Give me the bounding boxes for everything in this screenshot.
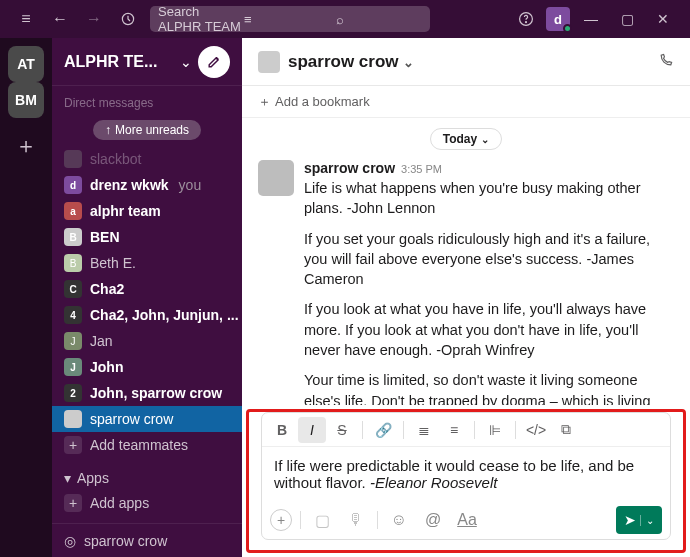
headphones-icon: ◎ (64, 533, 76, 549)
dm-avatar: 4 (64, 306, 82, 324)
format-toggle[interactable]: Aa (454, 507, 480, 533)
dm-avatar: J (64, 358, 82, 376)
attach-button[interactable]: + (270, 509, 292, 531)
message-text: If you look at what you have in life, yo… (304, 299, 674, 360)
menu-icon[interactable]: ≡ (12, 5, 40, 33)
dm-item[interactable]: ddrenz wkwkyou (52, 172, 242, 198)
dm-avatar: C (64, 280, 82, 298)
emoji-button[interactable]: ☺ (386, 507, 412, 533)
chevron-down-icon: ⌄ (481, 134, 489, 145)
message-avatar[interactable] (258, 160, 294, 196)
italic-button[interactable]: I (298, 417, 326, 443)
blockquote-button[interactable]: ⊫ (481, 417, 509, 443)
dm-avatar: J (64, 332, 82, 350)
caret-icon: ▾ (64, 470, 71, 486)
video-button[interactable]: ▢ (309, 507, 335, 533)
dm-item[interactable]: aalphr team (52, 198, 242, 224)
codeblock-button[interactable]: ⧉ (552, 417, 580, 443)
format-toolbar: B I S 🔗 ≣ ≡ ⊫ </> ⧉ (262, 413, 670, 447)
bullet-list-button[interactable]: ≡ (440, 417, 468, 443)
sidebar-truncated[interactable]: Direct messages (52, 90, 242, 116)
dm-item[interactable]: 4Cha2, John, Junjun, ... (52, 302, 242, 328)
workspace-switch[interactable]: AT (8, 46, 44, 82)
call-button[interactable] (658, 52, 674, 71)
add-workspace-button[interactable]: ＋ (8, 128, 44, 164)
titlebar: ≡ ← → Search ALPHR TEAM ≡ ⌕ d — ▢ ✕ (0, 0, 690, 38)
chevron-down-icon[interactable]: ⌄ (403, 55, 414, 70)
link-button[interactable]: 🔗 (369, 417, 397, 443)
dm-avatar: B (64, 254, 82, 272)
message-author[interactable]: sparrow crow (304, 160, 395, 176)
apps-section[interactable]: ▾Apps (52, 466, 242, 490)
message-time: 3:35 PM (401, 163, 442, 175)
add-apps-button[interactable]: +Add apps (52, 490, 242, 516)
minimize-button[interactable]: — (576, 5, 606, 33)
send-button[interactable]: ➤⌄ (616, 506, 662, 534)
composer-highlight: B I S 🔗 ≣ ≡ ⊫ </> ⧉ If life were predict… (246, 409, 686, 553)
forward-button[interactable]: → (80, 5, 108, 33)
dm-item[interactable]: BBEN (52, 224, 242, 250)
presence-dot (563, 24, 572, 33)
message-composer: B I S 🔗 ≣ ≡ ⊫ </> ⧉ If life were predict… (261, 412, 671, 540)
dm-avatar: d (64, 176, 82, 194)
channel-name[interactable]: sparrow crow ⌄ (288, 52, 414, 72)
dm-item[interactable]: sparrow crow (52, 406, 242, 432)
sidebar-truncated[interactable]: slackbot (52, 146, 242, 172)
close-button[interactable]: ✕ (648, 5, 678, 33)
search-icon[interactable]: ⌕ (336, 12, 422, 27)
dm-item[interactable]: JJohn (52, 354, 242, 380)
content-pane: sparrow crow ⌄ ＋ Add a bookmark Today ⌄ … (242, 38, 690, 557)
dm-item[interactable]: CCha2 (52, 276, 242, 302)
dm-avatar: 2 (64, 384, 82, 402)
dm-avatar: B (64, 228, 82, 246)
dm-item[interactable]: BBeth E. (52, 250, 242, 276)
channel-avatar (258, 51, 280, 73)
message: sparrow crow 3:35 PM Life is what happen… (258, 156, 674, 405)
search-input[interactable]: Search ALPHR TEAM ≡ ⌕ (150, 6, 430, 32)
date-divider[interactable]: Today ⌄ (430, 128, 502, 150)
compose-input[interactable]: If life were predictable it would cease … (262, 447, 670, 501)
history-button[interactable] (114, 5, 142, 33)
more-unreads-pill[interactable]: ↑ More unreads (93, 120, 201, 140)
message-text: Life is what happens when you're busy ma… (304, 178, 674, 219)
workspace-switch[interactable]: BM (8, 82, 44, 118)
filter-icon[interactable]: ≡ (244, 12, 330, 27)
add-teammates-button[interactable]: +Add teammates (52, 432, 242, 458)
huddle-footer[interactable]: ◎ sparrow crow (52, 523, 242, 557)
bold-button[interactable]: B (268, 417, 296, 443)
help-button[interactable] (512, 5, 540, 33)
sidebar: ALPHR TE... ⌄ Direct messages ↑ More unr… (52, 38, 242, 557)
back-button[interactable]: ← (46, 5, 74, 33)
ordered-list-button[interactable]: ≣ (410, 417, 438, 443)
maximize-button[interactable]: ▢ (612, 5, 642, 33)
mic-button[interactable]: 🎙 (343, 507, 369, 533)
dm-avatar: a (64, 202, 82, 220)
user-avatar[interactable]: d (546, 7, 570, 31)
workspace-rail: ATBM ＋ (0, 38, 52, 557)
code-button[interactable]: </> (522, 417, 550, 443)
compose-button[interactable] (198, 46, 230, 78)
strike-button[interactable]: S (328, 417, 356, 443)
svg-point-2 (526, 22, 527, 23)
message-text: Your time is limited, so don't waste it … (304, 370, 674, 405)
mention-button[interactable]: @ (420, 507, 446, 533)
dm-item[interactable]: 2John, sparrow crow (52, 380, 242, 406)
workspace-name[interactable]: ALPHR TE... (64, 53, 174, 71)
dm-avatar (64, 410, 82, 428)
dm-item[interactable]: JJan (52, 328, 242, 354)
add-bookmark-button[interactable]: ＋ Add a bookmark (242, 86, 690, 118)
chevron-down-icon[interactable]: ⌄ (180, 54, 192, 70)
message-text: If you set your goals ridiculously high … (304, 229, 674, 290)
